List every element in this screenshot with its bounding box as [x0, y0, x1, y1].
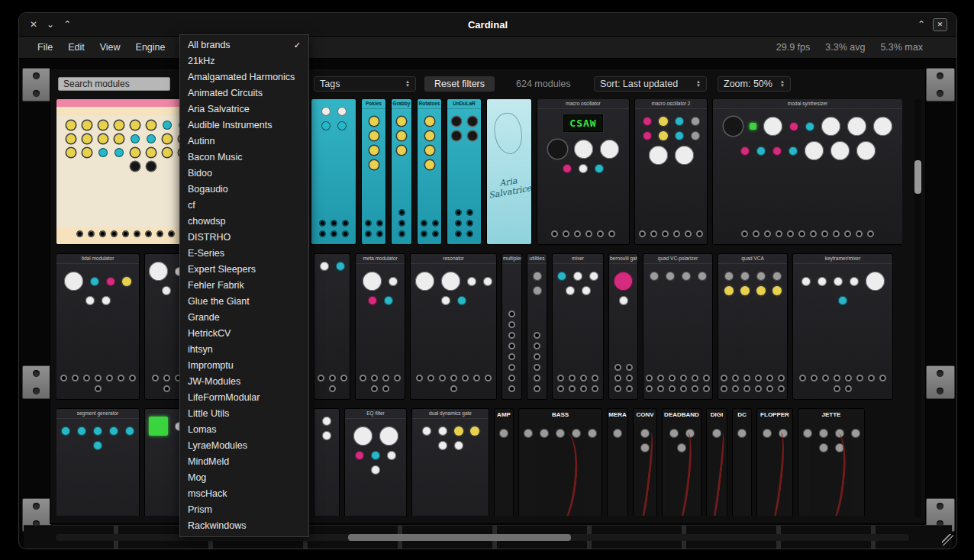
port-icon	[88, 230, 95, 237]
menu-edit[interactable]: Edit	[60, 40, 92, 55]
knob-icon	[588, 429, 597, 438]
brand-menu-item-all-brands[interactable]: All brands✓	[180, 37, 308, 53]
brand-menu-item-audible-instruments[interactable]: Audible Instruments	[180, 117, 308, 134]
module-quad-vc-polarizer[interactable]: quad VC-polarizer	[643, 254, 712, 399]
brand-menu-item-lyraemodules[interactable]: LyraeModules	[180, 438, 308, 454]
brand-menu-item-mindmeld[interactable]: MindMeld	[180, 454, 308, 470]
brand-menu-item-bacon-music[interactable]: Bacon Music	[180, 150, 308, 166]
module-segment-generator[interactable]: segment generator	[56, 409, 139, 516]
brand-menu-item-lifeformmodular[interactable]: LifeFormModular	[180, 390, 308, 406]
module-keyframer-mixer[interactable]: keyframer/mixer	[793, 254, 892, 399]
module-mera[interactable]: MERA	[608, 409, 627, 516]
brand-menu-item-e-series[interactable]: E-Series	[180, 246, 308, 262]
module-unnamed[interactable]	[311, 99, 356, 244]
module-macro-oscillator-2[interactable]: macro oscillator 2	[635, 99, 707, 244]
module-eq-filter[interactable]: EQ filter	[345, 409, 406, 516]
brand-menu-item-autinn[interactable]: Autinn	[180, 134, 308, 150]
module-jette[interactable]: JETTE	[798, 409, 864, 516]
module-resonator[interactable]: resonator	[411, 254, 496, 399]
knob-icon	[457, 296, 466, 305]
brand-menu-item-impromptu[interactable]: Impromptu	[180, 358, 308, 374]
module-ports	[793, 372, 892, 399]
port-icon	[485, 375, 492, 381]
brand-menu-item-glue-the-giant[interactable]: Glue the Giant	[180, 294, 308, 310]
reset-filters-button[interactable]: Reset filters	[424, 76, 495, 92]
brand-menu-item-animated-circuits[interactable]: Animated Circuits	[180, 85, 308, 101]
knob-icon	[850, 277, 859, 286]
vertical-scrollbar[interactable]	[914, 99, 921, 517]
knob-icon	[483, 277, 492, 286]
brand-menu-item-aria-salvatrice[interactable]: Aria Salvatrice	[180, 101, 308, 117]
module-rotatoes[interactable]: Rotatoes	[418, 99, 441, 244]
brand-menu-item-expert-sleepers[interactable]: Expert Sleepers	[180, 262, 308, 278]
brand-menu-item-fehler-fabrik[interactable]: Fehler Fabrik	[180, 278, 308, 294]
knob-icon	[321, 121, 331, 130]
port-icon	[421, 220, 427, 227]
brand-menu-item-lomas[interactable]: Lomas	[180, 422, 308, 438]
menu-engine[interactable]: Engine	[128, 40, 173, 55]
brand-menu-item-mog[interactable]: Mog	[180, 470, 308, 486]
knob-icon	[772, 272, 782, 281]
brand-menu-item-jw-modules[interactable]: JW-Modules	[180, 374, 308, 390]
module-bass[interactable]: BASS	[519, 409, 601, 516]
search-input[interactable]	[58, 77, 170, 91]
max-stat: 5.3% max	[880, 42, 923, 53]
tags-select[interactable]: Tags ▲▼	[314, 76, 416, 92]
knob-icon	[691, 117, 700, 126]
port-icon	[371, 385, 378, 392]
module-ports	[502, 307, 521, 399]
module-tidal-modulator[interactable]: tidal modulator	[56, 254, 139, 399]
brand-menu-item-ihtsyn[interactable]: ihtsyn	[180, 342, 308, 358]
module-quad-vca[interactable]: quad VCA	[718, 254, 787, 399]
module-conv[interactable]: CONV	[634, 409, 656, 516]
horizontal-scrollbar-handle[interactable]	[348, 534, 571, 541]
module-pokies[interactable]: Pokies	[362, 99, 385, 244]
module-knobs	[718, 264, 787, 298]
module-modal-synthesizer[interactable]: modal synthesizer	[713, 99, 902, 244]
sort-select[interactable]: Sort: Last updated ▲▼	[594, 76, 707, 92]
knob-icon	[82, 148, 92, 157]
vertical-scrollbar-handle[interactable]	[914, 160, 921, 194]
zoom-select[interactable]: Zoom: 50% ▲▼	[718, 76, 791, 92]
brand-menu-item-mschack[interactable]: mscHack	[180, 486, 308, 502]
brand-menu-item-bidoo[interactable]: Bidoo	[180, 166, 308, 182]
port-icon	[673, 230, 680, 237]
brand-menu-item-grande[interactable]: Grande	[180, 310, 308, 326]
module-title: MERA	[608, 409, 627, 421]
module-bernoulli-gate[interactable]: bernoulli gate	[609, 254, 637, 399]
module-dual-dynamics-gate[interactable]: dual dynamics gate	[412, 409, 489, 516]
brand-menu-item-little-utils[interactable]: Little Utils	[180, 406, 308, 422]
module-unnamed[interactable]: Aria Salvatrice	[487, 99, 531, 244]
module-mixer[interactable]: mixer	[553, 254, 603, 399]
module-grabby[interactable]: Grabby	[392, 99, 411, 244]
module-utilities[interactable]: utilities	[527, 254, 547, 399]
module-digi[interactable]: DIGI	[707, 409, 727, 516]
brand-menu-item-21khz[interactable]: 21kHz	[180, 53, 308, 69]
brand-menu-item-label: Bidoo	[188, 166, 212, 182]
module-unnamed[interactable]	[314, 409, 339, 516]
knob-icon	[614, 272, 633, 291]
menu-view[interactable]: View	[92, 40, 128, 55]
module-amp[interactable]: AMP	[495, 409, 513, 516]
module-undular[interactable]: UnDuLaR	[447, 99, 481, 244]
brand-menu-item-distrho[interactable]: DISTRHO	[180, 230, 308, 246]
module-unnamed[interactable]	[314, 254, 350, 399]
brand-menu-item-bogaudio[interactable]: Bogaudio	[180, 182, 308, 198]
brand-menu-item-rackwindows[interactable]: Rackwindows	[180, 518, 308, 534]
module-dc[interactable]: DC	[733, 409, 751, 516]
knob-icon	[93, 441, 102, 450]
port-icon	[721, 375, 727, 381]
module-deadband[interactable]: DEADBAND	[663, 409, 701, 516]
menu-file[interactable]: File	[30, 40, 60, 55]
knob-icon	[643, 117, 652, 126]
module-multiples[interactable]: multiples	[502, 254, 521, 399]
brand-menu-item-cf[interactable]: cf	[180, 198, 308, 214]
module-flopper[interactable]: FLOPPER	[757, 409, 792, 516]
brand-menu-item-hetrickcv[interactable]: HetrickCV	[180, 326, 308, 342]
brand-menu-item-amalgamated-harmonics[interactable]: Amalgamated Harmonics	[180, 69, 308, 85]
module-meta-modulator[interactable]: meta modulator	[356, 254, 405, 399]
brand-menu-item-chowdsp[interactable]: chowdsp	[180, 214, 308, 230]
brand-menu-item-prism[interactable]: Prism	[180, 502, 308, 518]
module-macro-oscillator[interactable]: macro oscillatorCSAW	[537, 99, 629, 244]
resize-grip-icon[interactable]	[942, 534, 953, 546]
